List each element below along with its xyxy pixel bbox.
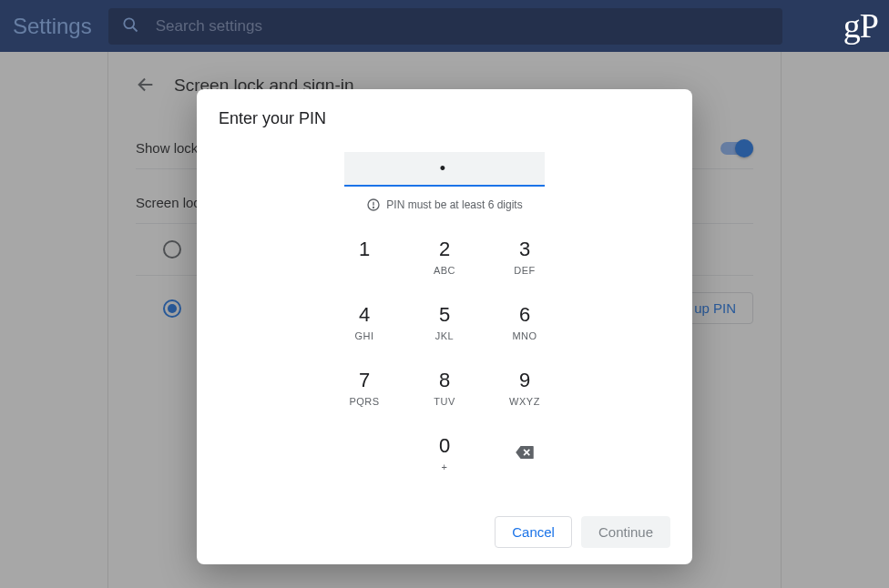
key-5[interactable]: 5JKL — [404, 290, 485, 356]
modal-title: Enter your PIN — [219, 109, 670, 128]
key-2[interactable]: 2ABC — [404, 225, 485, 290]
key-6[interactable]: 6MNO — [485, 290, 565, 356]
key-9[interactable]: 9WXYZ — [485, 356, 565, 421]
key-8[interactable]: 8TUV — [404, 356, 485, 421]
key-number: 3 — [519, 238, 530, 260]
continue-button[interactable]: Continue — [581, 516, 670, 548]
key-number: 7 — [359, 370, 370, 391]
key-number: 4 — [359, 304, 370, 326]
key-number: 9 — [519, 370, 530, 391]
key-letters: WXYZ — [509, 396, 540, 408]
key-number: 5 — [439, 304, 450, 326]
key-number: 0 — [439, 435, 450, 457]
pin-hint-text: PIN must be at least 6 digits — [386, 198, 522, 211]
key-number: 1 — [359, 238, 370, 260]
key-letters: JKL — [435, 330, 454, 342]
key-number: 2 — [439, 238, 450, 260]
key-7[interactable]: 7PQRS — [324, 356, 404, 421]
pin-modal: Enter your PIN PIN must be at least 6 di… — [197, 89, 692, 564]
key-4[interactable]: 4GHI — [324, 290, 404, 356]
key-letters: + — [442, 461, 448, 473]
key-letters: DEF — [514, 265, 536, 277]
keypad: 12ABC3DEF4GHI5JKL6MNO7PQRS8TUV9WXYZ0+ — [324, 225, 565, 487]
backspace-icon — [515, 445, 535, 463]
watermark-logo: gP — [843, 5, 878, 46]
key-number: 6 — [519, 304, 530, 326]
svg-point-5 — [373, 208, 374, 208]
pin-input[interactable] — [344, 152, 545, 187]
key-letters: PQRS — [349, 396, 379, 408]
warning-icon — [366, 198, 381, 212]
key-letters: ABC — [434, 265, 455, 277]
key-3[interactable]: 3DEF — [485, 225, 565, 290]
key-letters: GHI — [354, 330, 373, 342]
cancel-button[interactable]: Cancel — [495, 516, 572, 548]
key-number: 8 — [439, 370, 450, 391]
key-letters: TUV — [434, 396, 455, 408]
key-1[interactable]: 1 — [324, 225, 404, 290]
modal-actions: Cancel Continue — [219, 516, 670, 548]
key-backspace[interactable] — [485, 421, 565, 487]
key-0[interactable]: 0+ — [404, 421, 485, 487]
pin-hint: PIN must be at least 6 digits — [366, 198, 522, 212]
pin-entry-area: PIN must be at least 6 digits 12ABC3DEF4… — [219, 152, 670, 487]
key-letters: MNO — [512, 330, 536, 342]
